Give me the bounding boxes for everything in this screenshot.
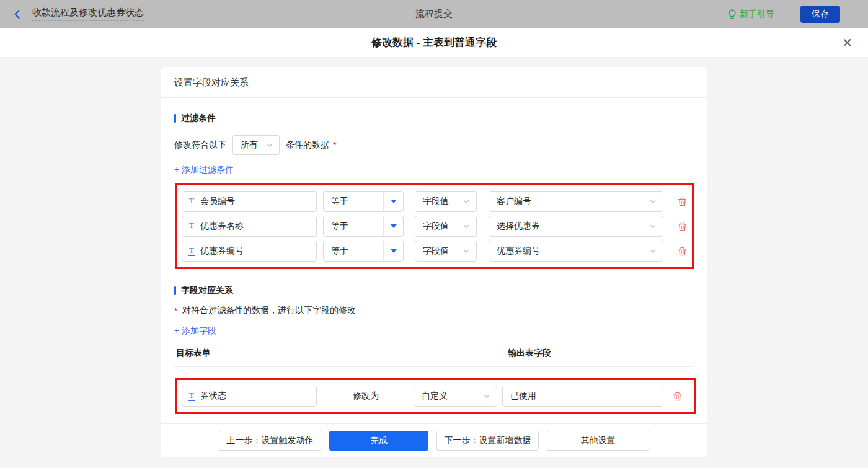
compare-value: 优惠券编号 xyxy=(497,245,540,257)
topbar-left: 收款流程及修改优惠券状态 xyxy=(12,7,144,21)
mapping-row: T 券状态 修改为 自定义 已使用 xyxy=(182,386,694,407)
back-icon[interactable] xyxy=(12,9,24,20)
triangle-down-icon xyxy=(391,249,397,253)
custom-value: 已使用 xyxy=(510,391,536,402)
target-field-input[interactable]: T 券状态 xyxy=(182,386,317,407)
delete-row-icon[interactable] xyxy=(677,221,688,232)
field-name: 会员编号 xyxy=(200,196,235,207)
text-field-icon: T xyxy=(188,246,195,256)
modal-title: 修改数据 - 主表到普通字段 xyxy=(371,35,497,50)
chevron-down-icon xyxy=(649,198,657,205)
match-condition-line: 修改符合以下 所有 条件的数据 * xyxy=(174,135,694,155)
delete-row-icon[interactable] xyxy=(672,391,683,402)
field-input[interactable]: T 优惠券名称 xyxy=(182,216,317,237)
compare-value-select[interactable]: 选择优惠券 xyxy=(489,216,663,237)
prev-step-button[interactable]: 上一步：设置触发动作 xyxy=(219,431,321,451)
chevron-down-icon xyxy=(463,223,470,230)
compare-value-select[interactable]: 优惠券编号 xyxy=(489,241,663,262)
operator-select[interactable]: 等于 xyxy=(323,191,404,212)
field-input[interactable]: T 会员编号 xyxy=(182,191,317,212)
operator-value: 等于 xyxy=(324,221,383,232)
settings-card: 设置字段对应关系 过滤条件 修改符合以下 所有 条件的数据 * + 添加过滤条件 xyxy=(161,67,707,457)
value-type-select[interactable]: 字段值 xyxy=(415,241,477,262)
mapping-rows: T 券状态 修改为 自定义 已使用 xyxy=(182,386,694,407)
mapping-section-label: 字段对应关系 xyxy=(181,285,233,296)
operator-select[interactable]: 等于 xyxy=(323,216,404,237)
add-filter-condition-link[interactable]: + 添加过滤条件 xyxy=(174,164,234,175)
triangle-down-icon xyxy=(391,224,397,228)
required-asterisk: * xyxy=(333,140,336,150)
mapping-section-title: 字段对应关系 xyxy=(174,285,694,296)
column-output-field: 输出表字段 xyxy=(508,348,551,359)
field-input[interactable]: T 优惠券编号 xyxy=(182,241,317,262)
triangle-down-icon xyxy=(391,200,397,203)
filter-condition-row: T 会员编号 等于 字段值 客户编号 xyxy=(182,191,692,212)
field-name: 优惠券名称 xyxy=(200,221,244,232)
filter-section-label: 过滤条件 xyxy=(181,113,216,124)
mapping-hint: 对符合过滤条件的数据，进行以下字段的修改 xyxy=(182,305,356,316)
text-field-icon: T xyxy=(188,196,195,206)
guide-label: 新手引导 xyxy=(740,9,774,20)
beginner-guide-link[interactable]: 新手引导 xyxy=(728,9,774,20)
match-mode-select[interactable]: 所有 xyxy=(232,135,280,155)
operator-caret xyxy=(383,216,403,236)
compare-value: 客户编号 xyxy=(497,196,531,207)
mapping-rows-annotation-box: T 券状态 修改为 自定义 已使用 xyxy=(175,378,696,414)
operator-caret xyxy=(383,192,403,211)
add-field-link[interactable]: + 添加字段 xyxy=(174,325,216,337)
match-prefix: 修改符合以下 xyxy=(174,139,226,151)
filter-section-title: 过滤条件 xyxy=(174,113,694,124)
filter-rows: T 会员编号 等于 字段值 客户编号 T 优惠券名称 等于 字段值 xyxy=(182,191,692,262)
chevron-down-icon xyxy=(463,198,470,205)
delete-row-icon[interactable] xyxy=(677,196,688,207)
done-button[interactable]: 完成 xyxy=(329,431,428,451)
value-type: 字段值 xyxy=(423,221,449,232)
topbar-right: 新手引导 保存 xyxy=(728,6,840,23)
mapping-table-header: 目标表单 输出表字段 xyxy=(174,348,694,367)
delete-row-icon[interactable] xyxy=(677,246,688,257)
filter-condition-row: T 优惠券编号 等于 字段值 优惠券编号 xyxy=(182,241,692,262)
chevron-down-icon xyxy=(649,223,657,230)
operator-value: 等于 xyxy=(324,196,383,207)
custom-value-input[interactable]: 已使用 xyxy=(502,386,663,407)
value-type: 字段值 xyxy=(423,245,449,257)
operator-value: 等于 xyxy=(324,245,383,257)
lightbulb-icon xyxy=(728,9,737,19)
match-mode-value: 所有 xyxy=(241,139,258,151)
operator-select[interactable]: 等于 xyxy=(323,241,404,262)
chevron-down-icon xyxy=(463,247,470,255)
flow-title[interactable]: 收款流程及修改优惠券状态 xyxy=(32,7,144,21)
section-bar xyxy=(174,114,176,123)
next-step-button[interactable]: 下一步：设置新增数据 xyxy=(436,431,539,451)
text-field-icon: T xyxy=(188,391,195,401)
mapping-hint-line: * 对符合过滤条件的数据，进行以下字段的修改 xyxy=(174,305,694,316)
modal-header: 修改数据 - 主表到普通字段 ✕ xyxy=(0,28,868,58)
save-button[interactable]: 保存 xyxy=(800,6,840,23)
close-icon[interactable]: ✕ xyxy=(842,37,852,49)
filter-rows-annotation-box: T 会员编号 等于 字段值 客户编号 T 优惠券名称 等于 字段值 xyxy=(175,183,694,269)
value-type: 字段值 xyxy=(423,196,449,207)
compare-value: 选择优惠券 xyxy=(497,221,540,232)
operator-caret xyxy=(383,241,403,261)
field-name: 优惠券编号 xyxy=(200,245,244,257)
card-footer: 上一步：设置触发动作 完成 下一步：设置新增数据 其他设置 xyxy=(161,423,707,457)
topbar: 收款流程及修改优惠券状态 流程提交 新手引导 保存 xyxy=(0,0,868,28)
filter-condition-row: T 优惠券名称 等于 字段值 选择优惠券 xyxy=(182,216,692,237)
chevron-down-icon xyxy=(483,392,490,400)
match-suffix: 条件的数据 xyxy=(286,139,329,151)
modify-to-label: 修改为 xyxy=(353,391,379,402)
column-target-form: 目标表单 xyxy=(176,348,508,359)
section-bar xyxy=(174,286,176,295)
value-type-select[interactable]: 字段值 xyxy=(415,191,477,212)
compare-value-select[interactable]: 客户编号 xyxy=(489,191,663,212)
target-field-name: 券状态 xyxy=(200,391,226,402)
value-mode: 自定义 xyxy=(422,391,448,402)
text-field-icon: T xyxy=(188,221,195,231)
other-settings-button[interactable]: 其他设置 xyxy=(547,431,649,451)
chevron-down-icon xyxy=(649,247,657,255)
chevron-down-icon xyxy=(266,141,273,149)
modal-body: 设置字段对应关系 过滤条件 修改符合以下 所有 条件的数据 * + 添加过滤条件 xyxy=(0,58,868,468)
value-mode-select[interactable]: 自定义 xyxy=(414,386,497,407)
required-asterisk: * xyxy=(174,306,177,316)
value-type-select[interactable]: 字段值 xyxy=(415,216,477,237)
